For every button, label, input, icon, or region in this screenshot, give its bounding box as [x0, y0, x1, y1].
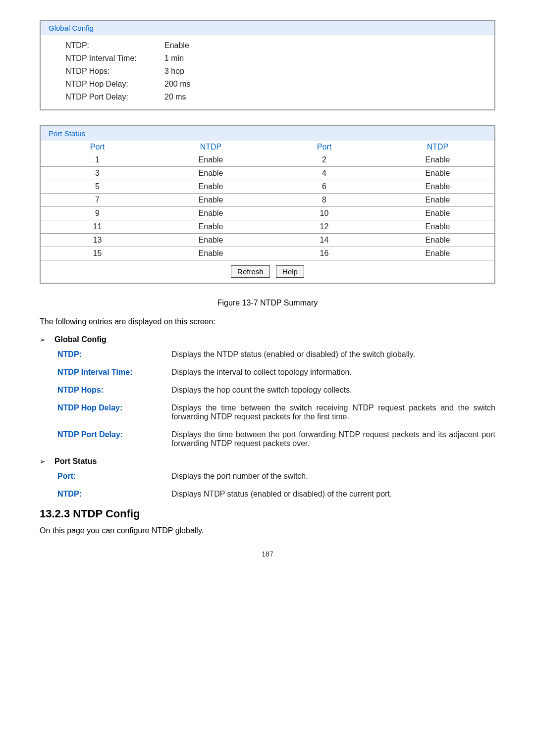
ntdp-cell: Enable	[154, 182, 268, 191]
def-desc: Displays the time between the port forwa…	[171, 430, 495, 448]
table-row: 1 Enable 2 Enable	[41, 153, 494, 167]
chevron-icon: ➢	[40, 336, 46, 344]
ntdp-cell: Enable	[381, 155, 494, 164]
port-status-table: Port NTDP Port NTDP 1 Enable 2 Enable 3 …	[41, 141, 494, 283]
port-status-header: Port Status	[41, 126, 494, 141]
ntdp-cell: Enable	[154, 169, 268, 178]
port-cell: 3	[41, 169, 154, 178]
col-header-port: Port	[41, 143, 154, 151]
table-row: 7 Enable 8 Enable	[41, 194, 494, 207]
config-value: 1 min	[164, 54, 184, 63]
port-cell: 16	[268, 249, 381, 258]
table-row: 11 Enable 12 Enable	[41, 220, 494, 234]
ntdp-cell: Enable	[154, 249, 268, 258]
config-row: NTDP Hop Delay: 200 ms	[65, 78, 486, 91]
ntdp-cell: Enable	[154, 196, 268, 204]
def-desc: Displays the interval to collect topolog…	[171, 368, 495, 377]
global-config-body: NTDP: Enable NTDP Interval Time: 1 min N…	[41, 35, 494, 109]
config-value: 200 ms	[164, 80, 190, 89]
def-desc: Displays the hop count the switch topolo…	[171, 386, 495, 395]
config-label: NTDP:	[65, 41, 164, 50]
ntdp-cell: Enable	[154, 209, 268, 218]
def-desc: Displays the port number of the switch.	[171, 472, 495, 481]
def-term-interval: NTDP Interval Time:	[57, 368, 171, 377]
ntdp-cell: Enable	[154, 236, 268, 245]
port-status-panel: Port Status Port NTDP Port NTDP 1 Enable…	[40, 125, 495, 284]
ntdp-cell: Enable	[154, 155, 268, 164]
def-term-port: Port:	[57, 472, 171, 481]
port-cell: 12	[268, 222, 381, 231]
body-text: On this page you can configure NTDP glob…	[40, 526, 495, 535]
def-desc: Displays NTDP status (enabled or disable…	[171, 490, 495, 499]
def-term-ntdp2: NTDP:	[57, 490, 171, 499]
table-row: 15 Enable 16 Enable	[41, 247, 494, 260]
button-row: Refresh Help	[41, 260, 494, 283]
definition-row: NTDP: Displays the NTDP status (enabled …	[40, 350, 495, 359]
col-header-port: Port	[268, 143, 381, 151]
table-row: 5 Enable 6 Enable	[41, 180, 494, 194]
config-row: NTDP Hops: 3 hop	[65, 65, 486, 78]
table-row: 13 Enable 14 Enable	[41, 234, 494, 247]
table-header-row: Port NTDP Port NTDP	[41, 141, 494, 153]
port-cell: 8	[268, 196, 381, 204]
ntdp-cell: Enable	[381, 169, 494, 178]
section-label: Port Status	[54, 457, 97, 466]
global-config-panel: Global Config NTDP: Enable NTDP Interval…	[40, 20, 495, 110]
port-cell: 15	[41, 249, 154, 258]
port-cell: 7	[41, 196, 154, 204]
config-label: NTDP Hops:	[65, 67, 164, 76]
col-header-ntdp: NTDP	[381, 143, 494, 151]
config-label: NTDP Port Delay:	[65, 93, 164, 101]
definition-row: NTDP Interval Time: Displays the interva…	[40, 368, 495, 377]
definition-row: NTDP Hop Delay: Displays the time betwee…	[40, 403, 495, 421]
ntdp-cell: Enable	[154, 222, 268, 231]
port-cell: 4	[268, 169, 381, 178]
definition-row: NTDP: Displays NTDP status (enabled or d…	[40, 490, 495, 499]
table-row: 9 Enable 10 Enable	[41, 207, 494, 220]
def-term-ntdp: NTDP:	[57, 350, 171, 359]
refresh-button[interactable]: Refresh	[231, 265, 270, 278]
def-desc: Displays the NTDP status (enabled or dis…	[171, 350, 495, 359]
definition-row: NTDP Port Delay: Displays the time betwe…	[40, 430, 495, 448]
port-cell: 6	[268, 182, 381, 191]
port-cell: 2	[268, 155, 381, 164]
config-value: 3 hop	[164, 67, 184, 76]
config-row: NTDP Port Delay: 20 ms	[65, 91, 486, 103]
config-row: NTDP Interval Time: 1 min	[65, 52, 486, 65]
port-cell: 9	[41, 209, 154, 218]
port-cell: 1	[41, 155, 154, 164]
section-port-status: ➢ Port Status	[40, 457, 495, 466]
ntdp-cell: Enable	[381, 249, 494, 258]
figure-caption: Figure 13-7 NTDP Summary	[40, 299, 495, 307]
ntdp-cell: Enable	[381, 236, 494, 245]
definition-row: NTDP Hops: Displays the hop count the sw…	[40, 386, 495, 395]
ntdp-cell: Enable	[381, 182, 494, 191]
ntdp-cell: Enable	[381, 222, 494, 231]
ntdp-cell: Enable	[381, 196, 494, 204]
section-global-config: ➢ Global Config	[40, 335, 495, 344]
port-cell: 13	[41, 236, 154, 245]
def-term-port-delay: NTDP Port Delay:	[57, 430, 171, 448]
page-number: 187	[40, 550, 495, 558]
chevron-icon: ➢	[40, 457, 46, 465]
config-label: NTDP Interval Time:	[65, 54, 164, 63]
section-label: Global Config	[54, 335, 107, 344]
config-value: Enable	[164, 41, 189, 50]
help-button[interactable]: Help	[276, 265, 304, 278]
def-term-hop-delay: NTDP Hop Delay:	[57, 403, 171, 421]
definition-row: Port: Displays the port number of the sw…	[40, 472, 495, 481]
def-term-hops: NTDP Hops:	[57, 386, 171, 395]
table-row: 3 Enable 4 Enable	[41, 167, 494, 180]
global-config-header: Global Config	[41, 21, 494, 35]
config-value: 20 ms	[164, 93, 186, 101]
config-label: NTDP Hop Delay:	[65, 80, 164, 89]
port-cell: 11	[41, 222, 154, 231]
ntdp-cell: Enable	[381, 209, 494, 218]
col-header-ntdp: NTDP	[154, 143, 268, 151]
heading-ntdp-config: 13.2.3 NTDP Config	[40, 507, 495, 520]
intro-text: The following entries are displayed on t…	[40, 317, 495, 326]
port-cell: 5	[41, 182, 154, 191]
def-desc: Displays the time between the switch rec…	[171, 403, 495, 421]
port-cell: 14	[268, 236, 381, 245]
port-cell: 10	[268, 209, 381, 218]
